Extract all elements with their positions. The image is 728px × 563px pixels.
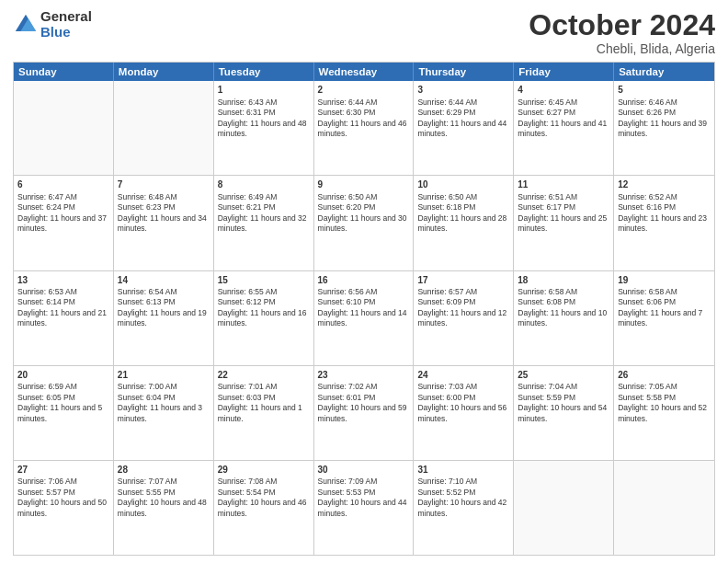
day-info-line: Sunrise: 6:58 AM [618, 287, 711, 297]
day-number: 21 [118, 369, 210, 382]
day-number: 26 [618, 369, 711, 382]
title-area: October 2024 Chebli, Blida, Algeria [529, 9, 715, 56]
day-cell-30: 30Sunrise: 7:09 AMSunset: 5:53 PMDayligh… [314, 461, 415, 555]
day-info-line: Daylight: 11 hours and 48 minutes. [218, 119, 310, 140]
day-info-line: Sunset: 6:20 PM [318, 202, 410, 213]
day-cell-21: 21Sunrise: 7:00 AMSunset: 6:04 PMDayligh… [114, 366, 214, 460]
day-cell-24: 24Sunrise: 7:03 AMSunset: 6:00 PMDayligh… [414, 366, 514, 460]
calendar-row-3: 13Sunrise: 6:53 AMSunset: 6:14 PMDayligh… [14, 271, 714, 366]
day-info-line: Sunset: 6:27 PM [518, 108, 609, 118]
day-info-line: Sunset: 6:30 PM [318, 108, 410, 118]
day-cell-6: 6Sunrise: 6:47 AMSunset: 6:24 PMDaylight… [14, 176, 114, 270]
day-number: 31 [417, 464, 509, 477]
day-cell-20: 20Sunrise: 6:59 AMSunset: 6:05 PMDayligh… [14, 366, 114, 460]
day-info-line: Sunrise: 6:43 AM [218, 98, 310, 108]
day-info-line: Sunrise: 7:01 AM [218, 382, 310, 392]
day-info-line: Daylight: 11 hours and 30 minutes. [318, 213, 410, 235]
day-number: 14 [118, 274, 210, 287]
day-number: 12 [618, 178, 711, 191]
day-info-line: Sunrise: 6:59 AM [17, 382, 109, 392]
day-info-line: Sunset: 6:00 PM [417, 393, 509, 403]
weekday-header-saturday: Saturday [614, 63, 714, 81]
logo-text: General Blue [40, 9, 92, 40]
day-info-line: Sunset: 5:58 PM [618, 393, 711, 403]
day-cell-23: 23Sunrise: 7:02 AMSunset: 6:01 PMDayligh… [314, 366, 415, 460]
day-info-line: Sunset: 6:21 PM [218, 202, 310, 213]
location: Chebli, Blida, Algeria [529, 41, 715, 56]
day-number: 22 [218, 369, 310, 382]
day-info-line: Sunrise: 7:00 AM [118, 382, 210, 392]
weekday-header-sunday: Sunday [14, 63, 114, 81]
day-info-line: Sunrise: 7:10 AM [417, 477, 509, 487]
day-number: 9 [318, 178, 410, 191]
day-number: 24 [417, 369, 509, 382]
day-info-line: Sunrise: 6:57 AM [417, 287, 509, 297]
day-cell-3: 3Sunrise: 6:44 AMSunset: 6:29 PMDaylight… [414, 81, 514, 175]
day-info-line: Sunset: 6:14 PM [17, 297, 109, 307]
day-info-line: Sunset: 6:10 PM [318, 297, 410, 307]
day-info-line: Daylight: 10 hours and 52 minutes. [618, 403, 711, 424]
day-cell-14: 14Sunrise: 6:54 AMSunset: 6:13 PMDayligh… [114, 271, 214, 365]
day-info-line: Sunset: 6:26 PM [618, 108, 711, 118]
calendar-header: SundayMondayTuesdayWednesdayThursdayFrid… [14, 63, 714, 81]
day-info-line: Daylight: 11 hours and 46 minutes. [318, 119, 410, 140]
day-info-line: Sunset: 6:16 PM [618, 202, 711, 213]
day-info-line: Sunset: 6:31 PM [218, 108, 310, 118]
day-cell-22: 22Sunrise: 7:01 AMSunset: 6:03 PMDayligh… [214, 366, 314, 460]
day-number: 11 [518, 178, 609, 191]
day-info-line: Sunrise: 6:56 AM [318, 287, 410, 297]
day-info-line: Daylight: 11 hours and 25 minutes. [518, 213, 609, 235]
empty-cell-4-6 [614, 461, 714, 555]
day-info-line: Daylight: 11 hours and 21 minutes. [17, 308, 109, 329]
day-info-line: Sunset: 5:59 PM [518, 393, 609, 403]
day-cell-16: 16Sunrise: 6:56 AMSunset: 6:10 PMDayligh… [314, 271, 415, 365]
calendar-row-5: 27Sunrise: 7:06 AMSunset: 5:57 PMDayligh… [14, 461, 714, 555]
day-info-line: Daylight: 10 hours and 42 minutes. [417, 498, 509, 519]
day-info-line: Sunset: 6:18 PM [417, 202, 509, 213]
day-number: 28 [118, 464, 210, 477]
day-number: 18 [518, 274, 609, 287]
calendar-row-1: 1Sunrise: 6:43 AMSunset: 6:31 PMDaylight… [14, 81, 714, 176]
day-number: 13 [17, 274, 109, 287]
day-info-line: Daylight: 11 hours and 41 minutes. [518, 119, 609, 140]
logo-blue: Blue [40, 25, 92, 40]
day-info-line: Sunrise: 6:45 AM [518, 98, 609, 108]
day-info-line: Sunrise: 6:50 AM [318, 192, 410, 202]
weekday-header-friday: Friday [514, 63, 614, 81]
logo-general: General [40, 9, 92, 25]
day-info-line: Sunrise: 6:48 AM [118, 192, 210, 202]
day-number: 8 [218, 178, 310, 191]
day-info-line: Sunrise: 7:07 AM [118, 477, 210, 487]
day-info-line: Daylight: 11 hours and 37 minutes. [17, 213, 109, 235]
day-info-line: Daylight: 11 hours and 7 minutes. [618, 308, 711, 329]
day-info-line: Daylight: 10 hours and 59 minutes. [318, 403, 410, 424]
day-number: 30 [318, 464, 410, 477]
day-info-line: Sunset: 6:29 PM [417, 108, 509, 118]
day-number: 2 [318, 84, 410, 97]
header: General Blue October 2024 Chebli, Blida,… [13, 9, 715, 56]
day-info-line: Sunrise: 7:02 AM [318, 382, 410, 392]
weekday-header-wednesday: Wednesday [314, 63, 415, 81]
day-info-line: Sunset: 5:54 PM [218, 488, 310, 498]
day-cell-25: 25Sunrise: 7:04 AMSunset: 5:59 PMDayligh… [514, 366, 614, 460]
day-info-line: Daylight: 10 hours and 46 minutes. [218, 498, 310, 519]
day-info-line: Daylight: 10 hours and 56 minutes. [417, 403, 509, 424]
day-info-line: Sunrise: 6:46 AM [618, 98, 711, 108]
day-info-line: Daylight: 11 hours and 5 minutes. [17, 403, 109, 424]
day-number: 4 [518, 84, 609, 97]
day-cell-8: 8Sunrise: 6:49 AMSunset: 6:21 PMDaylight… [214, 176, 314, 270]
day-cell-11: 11Sunrise: 6:51 AMSunset: 6:17 PMDayligh… [514, 176, 614, 270]
day-info-line: Daylight: 11 hours and 32 minutes. [218, 213, 310, 235]
weekday-header-thursday: Thursday [414, 63, 514, 81]
day-number: 23 [318, 369, 410, 382]
day-info-line: Sunset: 6:01 PM [318, 393, 410, 403]
day-info-line: Daylight: 11 hours and 14 minutes. [318, 308, 410, 329]
day-number: 15 [218, 274, 310, 287]
day-cell-13: 13Sunrise: 6:53 AMSunset: 6:14 PMDayligh… [14, 271, 114, 365]
day-info-line: Sunrise: 6:52 AM [618, 192, 711, 202]
day-info-line: Sunset: 6:03 PM [218, 393, 310, 403]
day-info-line: Sunset: 6:06 PM [618, 297, 711, 307]
day-number: 5 [618, 84, 711, 97]
day-info-line: Sunrise: 7:06 AM [17, 477, 109, 487]
day-info-line: Sunset: 5:52 PM [417, 488, 509, 498]
